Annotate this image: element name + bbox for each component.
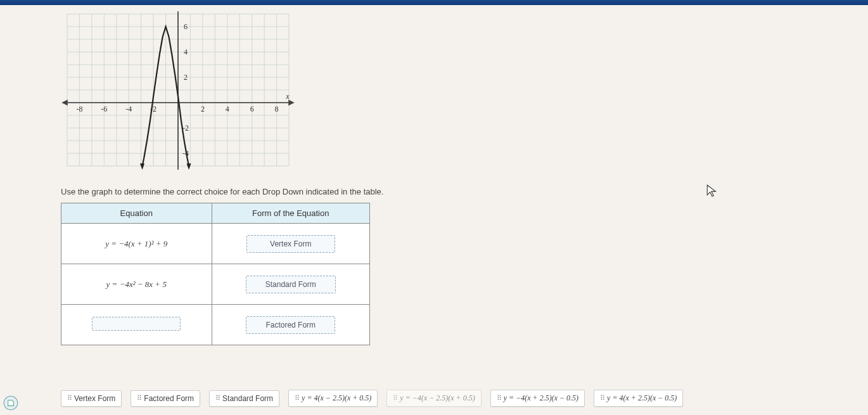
table-row: y = −4(x + 1)² + 9 Vertex Form	[61, 224, 370, 264]
curve-arrow-right	[187, 163, 191, 170]
answer-tile[interactable]: ⠿Standard Form	[209, 390, 279, 407]
answer-tile[interactable]: ⠿Factored Form	[131, 390, 200, 407]
th-form: Form of the Equation	[212, 203, 369, 224]
instruction-text: Use the graph to determine the correct c…	[61, 187, 807, 196]
x-axis-label: x	[285, 92, 290, 101]
grip-icon: ⠿	[393, 394, 397, 402]
cursor-icon	[705, 184, 719, 198]
xtick: 2	[201, 105, 205, 113]
xtick: -8	[76, 105, 82, 113]
tile-label: y = 4(x + 2.5)(x − 0.5)	[607, 393, 677, 403]
xtick: 8	[275, 105, 279, 113]
table-row: Factored Form	[61, 305, 370, 345]
content-area: -8 -6 -4 -2 2 4 6 8 -4 -2 2 4 6 x Use th	[0, 5, 868, 345]
top-bar	[0, 0, 868, 5]
answer-tile[interactable]: ⠿y = 4(x + 2.5)(x − 0.5)	[594, 390, 683, 407]
xtick: 6	[250, 105, 254, 113]
xtick: 4	[226, 105, 229, 113]
grip-icon: ⠿	[137, 394, 141, 402]
answer-tile[interactable]: ⠿y = −4(x − 2.5)(x + 0.5)	[386, 390, 481, 407]
form-drop-target[interactable]: Vertex Form	[246, 235, 335, 253]
grip-icon: ⠿	[295, 394, 299, 402]
th-equation: Equation	[61, 203, 212, 224]
tile-label: Vertex Form	[74, 394, 115, 403]
tile-label: Standard Form	[222, 394, 273, 403]
form-drop-target[interactable]: Standard Form	[246, 276, 336, 293]
ytick: 6	[184, 22, 188, 31]
tile-label: y = −4(x + 2.5)(x − 0.5)	[504, 393, 578, 403]
equation-table: Equation Form of the Equation y = −4(x +…	[61, 203, 370, 345]
tile-label: Factored Form	[144, 394, 194, 403]
equation-cell: y = −4(x + 1)² + 9	[105, 239, 167, 248]
grip-icon: ⠿	[67, 394, 72, 402]
tile-label: y = 4(x − 2.5)(x + 0.5)	[302, 393, 371, 403]
page-corner-icon	[3, 395, 19, 411]
answer-tile[interactable]: ⠿y = 4(x − 2.5)(x + 0.5)	[288, 390, 378, 407]
tile-label: y = −4(x − 2.5)(x + 0.5)	[400, 393, 475, 403]
answer-tile[interactable]: ⠿y = −4(x + 2.5)(x − 0.5)	[490, 390, 585, 407]
ytick: 2	[184, 73, 188, 82]
answer-tile[interactable]: ⠿Vertex Form	[61, 390, 122, 407]
answer-tile-tray: ⠿Vertex Form ⠿Factored Form ⠿Standard Fo…	[61, 390, 683, 407]
equation-cell: y = −4x² − 8x + 5	[106, 279, 167, 289]
form-drop-target[interactable]: Factored Form	[246, 316, 335, 334]
grip-icon: ⠿	[497, 394, 501, 402]
table-row: y = −4x² − 8x + 5 Standard Form	[61, 264, 370, 305]
ytick: 4	[184, 48, 188, 56]
xtick: -6	[101, 105, 107, 113]
grip-icon: ⠿	[600, 394, 604, 402]
xtick: -4	[125, 105, 132, 113]
grip-icon: ⠿	[215, 394, 220, 402]
graph-panel: -8 -6 -4 -2 2 4 6 8 -4 -2 2 4 6 x	[61, 8, 295, 176]
equation-drop-target[interactable]	[92, 317, 181, 331]
curve-arrow-left	[140, 163, 144, 170]
graph-svg: -8 -6 -4 -2 2 4 6 8 -4 -2 2 4 6 x	[61, 8, 295, 176]
